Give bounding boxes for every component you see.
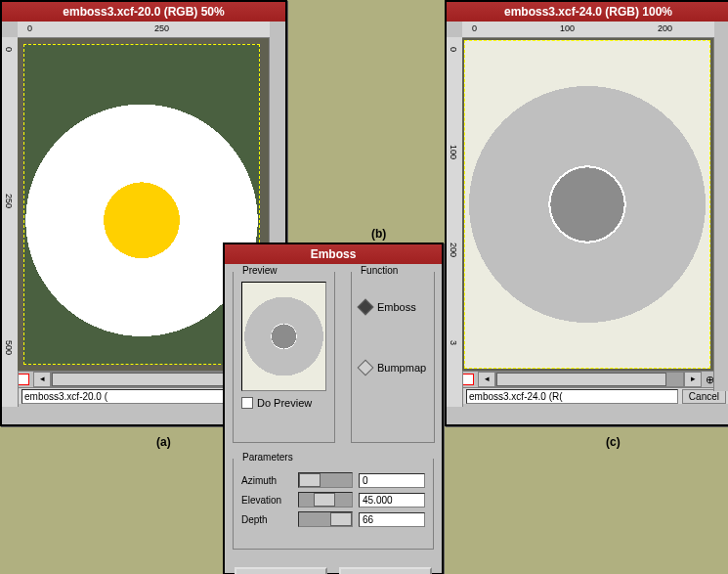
ruler-horizontal: 0 100 200 xyxy=(462,22,714,38)
status-bar-c: Cancel xyxy=(447,387,728,404)
do-preview-label: Do Preview xyxy=(257,397,312,409)
title-a: emboss3.xcf-20.0 (RGB) 50% xyxy=(2,2,285,22)
depth-slider[interactable] xyxy=(298,511,353,527)
preview-group: Preview Do Preview xyxy=(233,272,335,443)
azimuth-label: Azimuth xyxy=(241,475,292,486)
preview-image xyxy=(241,282,326,391)
azimuth-value[interactable]: 0 xyxy=(359,473,425,488)
depth-value[interactable]: 66 xyxy=(359,512,425,527)
cancel-button[interactable]: Cancel xyxy=(339,567,432,574)
elevation-slider[interactable] xyxy=(298,492,353,508)
ruler-horizontal: 0 250 xyxy=(18,22,270,38)
parameters-group: Parameters Azimuth 0 Elevation 45.000 De… xyxy=(233,459,434,550)
radio-emboss[interactable]: Emboss xyxy=(360,301,426,313)
emboss-dialog: Emboss Preview Do Preview Function Embos… xyxy=(223,243,444,574)
scroll-right-button[interactable]: ▸ xyxy=(684,372,702,387)
azimuth-slider[interactable] xyxy=(298,472,353,488)
status-input-c[interactable] xyxy=(466,389,678,404)
checkbox-icon xyxy=(241,397,253,409)
scroll-left-button[interactable]: ◂ xyxy=(33,372,51,387)
scrollbar-vertical[interactable] xyxy=(713,37,728,391)
radio-icon xyxy=(358,360,374,376)
nav-indicator-icon xyxy=(462,374,474,385)
ruler-vertical: 0 250 500 xyxy=(2,37,19,407)
image-c xyxy=(464,40,710,369)
radio-icon xyxy=(358,299,374,316)
ruler-vertical: 0 100 200 3 xyxy=(447,37,463,407)
function-group-label: Function xyxy=(358,265,401,276)
radio-bumpmap[interactable]: Bumpmap xyxy=(360,362,426,374)
nav-indicator-icon xyxy=(18,374,29,385)
elevation-label: Elevation xyxy=(241,495,292,506)
do-preview-checkbox[interactable]: Do Preview xyxy=(241,397,326,409)
status-input-a[interactable] xyxy=(21,389,234,404)
canvas-area-c[interactable] xyxy=(462,38,714,371)
depth-label: Depth xyxy=(241,514,292,525)
radio-bumpmap-label: Bumpmap xyxy=(377,362,426,374)
function-group: Function Emboss Bumpmap xyxy=(351,272,435,443)
image-window-c: emboss3.xcf-24.0 (RGB) 100% 0 100 200 0 … xyxy=(445,0,728,426)
preview-group-label: Preview xyxy=(239,265,280,276)
parameters-group-label: Parameters xyxy=(239,452,296,463)
elevation-value[interactable]: 45.000 xyxy=(359,493,425,508)
radio-emboss-label: Emboss xyxy=(377,301,416,313)
dialog-title: Emboss xyxy=(225,244,442,264)
scroll-left-button[interactable]: ◂ xyxy=(478,372,495,387)
caption-a: (a) xyxy=(156,435,171,449)
caption-c: (c) xyxy=(606,435,621,449)
scrollbar-horizontal[interactable]: ◂ ▸ ⊕ xyxy=(462,371,714,387)
ok-button[interactable]: OK xyxy=(235,567,327,574)
title-c: emboss3.xcf-24.0 (RGB) 100% xyxy=(447,2,728,22)
caption-b: (b) xyxy=(371,227,386,241)
